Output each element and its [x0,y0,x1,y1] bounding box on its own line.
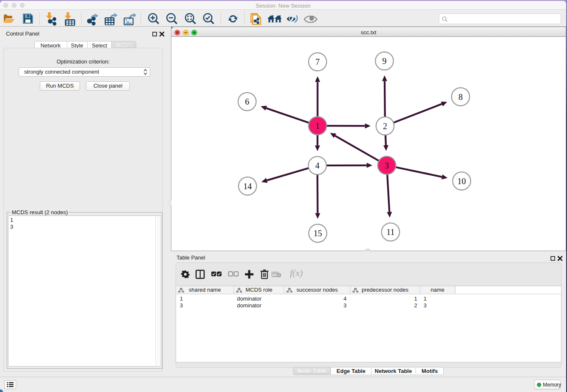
svg-text:8: 8 [459,92,463,102]
svg-text:3: 3 [385,161,389,170]
svg-text:6: 6 [245,97,249,106]
svg-text:2: 2 [383,121,387,131]
svg-text:7: 7 [316,57,320,66]
svg-text:15: 15 [314,229,322,238]
svg-text:11: 11 [386,227,394,237]
svg-text:14: 14 [243,182,252,191]
svg-text:4: 4 [315,161,319,170]
svg-text:1: 1 [316,121,320,130]
svg-text:10: 10 [457,177,466,186]
svg-text:9: 9 [383,56,387,66]
